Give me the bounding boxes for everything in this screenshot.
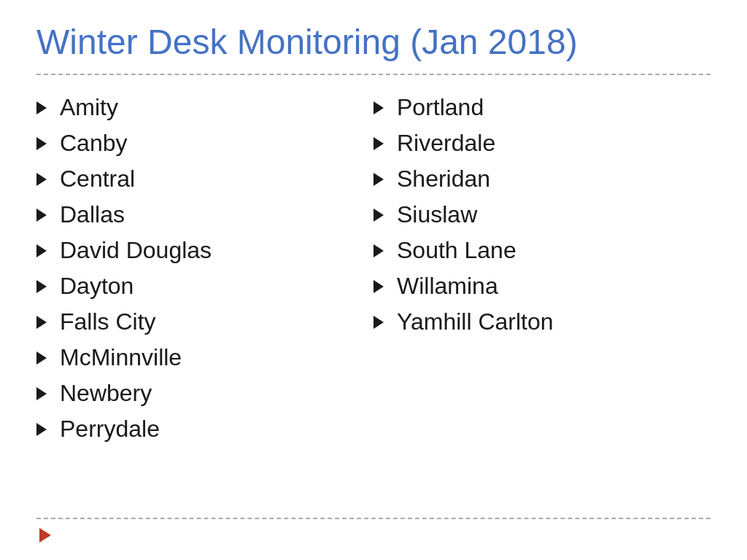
- list-item-label: Falls City: [60, 308, 156, 335]
- list-item-label: Riverdale: [397, 130, 495, 157]
- list-item: Yamhill Carlton: [374, 304, 711, 340]
- list-item: Riverdale: [374, 125, 711, 161]
- list-item: Dallas: [36, 197, 374, 233]
- slide: Winter Desk Monitoring (Jan 2018) AmityC…: [0, 0, 747, 560]
- list-item: David Douglas: [36, 233, 374, 268]
- bullet-icon: [36, 351, 47, 365]
- bullet-icon: [36, 137, 47, 150]
- left-column: AmityCanbyCentralDallasDavid DouglasDayt…: [36, 90, 374, 510]
- list-item-label: Newbery: [60, 380, 152, 407]
- list-item: Amity: [36, 90, 374, 125]
- bottom-section: [36, 518, 711, 545]
- list-item-label: Amity: [60, 94, 118, 121]
- right-column: PortlandRiverdaleSheridanSiuslawSouth La…: [374, 90, 711, 510]
- list-item-label: David Douglas: [60, 237, 212, 264]
- list-item-label: South Lane: [397, 237, 516, 264]
- bullet-icon: [374, 209, 384, 222]
- list-item-label: McMinnville: [60, 344, 182, 371]
- content-area: AmityCanbyCentralDallasDavid DouglasDayt…: [36, 90, 711, 510]
- list-item: Sheridan: [374, 161, 711, 197]
- bullet-icon: [36, 173, 47, 186]
- list-item: McMinnville: [36, 340, 374, 376]
- list-item: Dayton: [36, 268, 374, 304]
- bullet-icon: [36, 280, 47, 293]
- bullet-icon: [36, 387, 47, 400]
- bullet-icon: [36, 244, 47, 257]
- list-item: Canby: [36, 125, 374, 161]
- list-item-label: Canby: [60, 130, 128, 157]
- bullet-icon: [36, 101, 47, 114]
- list-item: Portland: [374, 90, 711, 125]
- list-item-label: Willamina: [397, 273, 498, 300]
- list-item-label: Sheridan: [397, 166, 490, 192]
- list-item: Falls City: [36, 304, 374, 340]
- list-item-label: Dayton: [60, 273, 133, 300]
- list-item: Siuslaw: [374, 197, 711, 233]
- bottom-divider: [36, 518, 711, 519]
- list-item: Newbery: [36, 376, 374, 411]
- top-divider: [36, 74, 711, 75]
- list-item: Perrydale: [36, 411, 374, 447]
- list-item-label: Perrydale: [60, 416, 160, 443]
- bullet-icon: [374, 280, 384, 293]
- bullet-icon: [36, 209, 47, 222]
- list-item-label: Siuslaw: [397, 201, 477, 228]
- list-item: Willamina: [374, 268, 711, 304]
- slide-title: Winter Desk Monitoring (Jan 2018): [36, 22, 711, 68]
- bullet-icon: [36, 423, 47, 436]
- bullet-icon: [374, 101, 384, 114]
- bottom-bullet-icon: [39, 528, 51, 542]
- bullet-icon: [374, 316, 384, 329]
- bullet-icon: [36, 316, 47, 329]
- list-item-label: Central: [60, 166, 135, 192]
- list-item: South Lane: [374, 233, 711, 268]
- bullet-icon: [374, 137, 384, 150]
- bullet-icon: [374, 244, 384, 257]
- list-item-label: Portland: [397, 94, 484, 121]
- list-item-label: Yamhill Carlton: [397, 308, 554, 335]
- list-item-label: Dallas: [60, 201, 125, 228]
- list-item: Central: [36, 161, 374, 197]
- bullet-icon: [374, 173, 384, 186]
